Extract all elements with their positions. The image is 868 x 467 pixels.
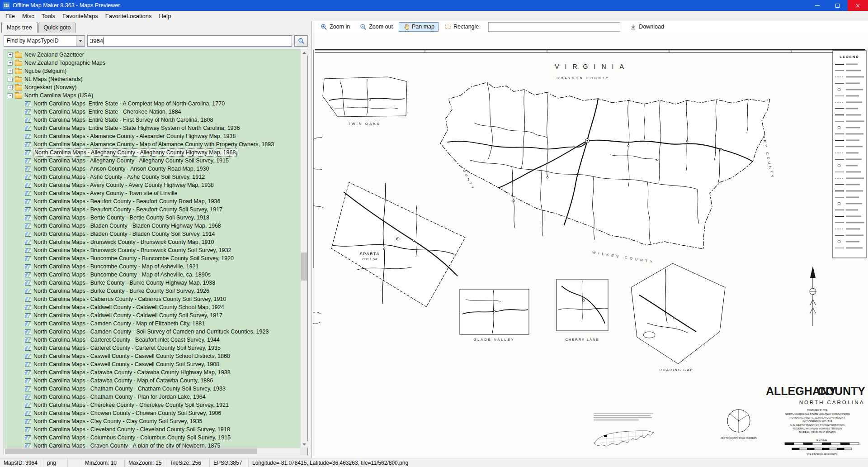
zoom-in-button[interactable]: Zoom in <box>316 22 354 32</box>
find-by-dropdown[interactable]: Find by MapsTypeID <box>4 35 85 47</box>
tree-map-item[interactable]: North Carolina Maps - Cherokee County - … <box>5 401 300 409</box>
tree-panel: +New Zealand Gazetteer+New Zealand Topog… <box>4 49 308 455</box>
rectangle-button[interactable]: Rectangle <box>440 22 483 32</box>
tree-map-item[interactable]: North Carolina Maps Entire State - State… <box>5 124 300 132</box>
tree-map-item[interactable]: North Carolina Maps - Bertie County - Be… <box>5 214 300 222</box>
map-thumbnail-icon <box>25 248 31 253</box>
tree-item-label: North Carolina Maps - Alamance County - … <box>33 141 274 148</box>
tree-map-item[interactable]: North Carolina Maps - Burke County - Bur… <box>5 287 300 295</box>
tree-map-item[interactable]: North Carolina Maps - Caldwell County - … <box>5 303 300 311</box>
search-button[interactable] <box>294 35 308 47</box>
vertical-scrollbar[interactable] <box>300 49 307 448</box>
tree-map-item[interactable]: North Carolina Maps - Buncombe County - … <box>5 254 300 262</box>
toolbar-text-input[interactable] <box>488 22 620 32</box>
minimize-button[interactable] <box>807 0 827 11</box>
tree-map-item[interactable]: North Carolina Maps Entire State - First… <box>5 116 300 124</box>
tree-map-item[interactable]: North Carolina Maps - Catawba County - M… <box>5 376 300 385</box>
tree-map-item[interactable]: North Carolina Maps - Alleghany County -… <box>5 157 300 165</box>
menu-help[interactable]: Help <box>155 12 175 20</box>
tree-map-item[interactable]: North Carolina Maps - Caswell County - C… <box>5 352 300 360</box>
tree-map-item[interactable]: North Carolina Maps - Beaufort County - … <box>5 197 300 205</box>
tree-map-item[interactable]: North Carolina Maps - Carteret County - … <box>5 336 300 344</box>
expand-icon[interactable]: + <box>8 77 13 82</box>
tree-map-item[interactable]: North Carolina Maps - Brunswick County -… <box>5 246 300 254</box>
title-bar[interactable]: Offline Map Maker 8.363 - Maps Previewer <box>0 0 868 11</box>
tree-item-label: North Carolina Maps - Chatham County - P… <box>33 393 206 400</box>
tree-map-item[interactable]: North Carolina Maps - Brunswick County -… <box>5 238 300 246</box>
menu-favoritelocations[interactable]: FavoriteLocations <box>102 12 156 20</box>
menu-tools[interactable]: Tools <box>38 12 59 20</box>
download-button[interactable]: Download <box>626 22 668 32</box>
close-button[interactable] <box>848 0 868 11</box>
tree-map-item[interactable]: North Carolina Maps - Columbus County - … <box>5 434 300 442</box>
tree-map-item[interactable]: North Carolina Maps - Catawba County - C… <box>5 368 300 376</box>
tree-root-item[interactable]: +Norgeskart (Norway) <box>5 83 300 91</box>
pan-hand-icon <box>403 24 410 30</box>
folder-icon <box>15 61 22 66</box>
tree-map-item[interactable]: North Carolina Maps - Caldwell County - … <box>5 311 300 319</box>
tree-map-item[interactable]: North Carolina Maps Entire State - Chero… <box>5 108 300 116</box>
tree-map-item[interactable]: North Carolina Maps - Cabarrus County - … <box>5 295 300 303</box>
menu-file[interactable]: File <box>2 12 19 20</box>
tree-map-item[interactable]: North Carolina Maps - Buncombe County - … <box>5 271 300 279</box>
tab-quick-goto[interactable]: Quick goto <box>38 23 76 33</box>
tree-map-item[interactable]: North Carolina Maps - Camden County - Ma… <box>5 319 300 328</box>
tree-root-item[interactable]: +New Zealand Topographic Maps <box>5 59 300 67</box>
map-preview-area[interactable]: VIRGINIA GRAYSON COUNTY ASHE COUNTY WILK… <box>312 33 868 458</box>
menu-favoritemaps[interactable]: FavoriteMaps <box>59 12 102 20</box>
tree-map-item[interactable]: North Carolina Maps - Craven County - A … <box>5 442 300 448</box>
tree-item-label[interactable]: Ngi.be (Belgium) <box>24 67 66 75</box>
tree-map-item[interactable]: North Carolina Maps - Clay County - Clay… <box>5 417 300 425</box>
search-input[interactable]: 3964 <box>87 35 292 47</box>
expand-icon[interactable]: + <box>8 52 13 57</box>
tab-maps-tree[interactable]: Maps tree <box>1 22 38 33</box>
collapse-icon[interactable]: - <box>8 93 13 98</box>
expand-icon[interactable]: + <box>8 61 13 66</box>
tree-map-item[interactable]: North Carolina Maps - Burke County - Bur… <box>5 279 300 287</box>
tree-map-item[interactable]: North Carolina Maps - Alamance County - … <box>5 140 300 148</box>
tree-map-item[interactable]: North Carolina Maps - Carteret County - … <box>5 344 300 352</box>
tree-item-label[interactable]: Norgeskart (Norway) <box>24 84 76 91</box>
vertical-scroll-thumb[interactable] <box>301 253 307 281</box>
tree-map-item[interactable]: North Carolina Maps - Avery County - Tow… <box>5 189 300 197</box>
scroll-up-icon[interactable] <box>301 49 308 56</box>
tree-map-item[interactable]: North Carolina Maps - Ashe County - Ashe… <box>5 173 300 181</box>
tree-root-item[interactable]: -North Carolina Maps (USA) <box>5 91 300 100</box>
tree-map-item[interactable]: North Carolina Maps - Alleghany County -… <box>5 148 300 157</box>
tree-map-item[interactable]: North Carolina Maps Entire State - A Com… <box>5 100 300 108</box>
tree-map-item[interactable]: North Carolina Maps - Bladen County - Bl… <box>5 222 300 230</box>
tree-item-label[interactable]: NL Maps (Netherlands) <box>24 76 83 83</box>
tree-map-item[interactable]: North Carolina Maps - Camden County - So… <box>5 328 300 336</box>
scroll-down-icon[interactable] <box>301 441 308 448</box>
tree-map-item[interactable]: North Carolina Maps - Chatham County - P… <box>5 393 300 401</box>
map-preview[interactable]: VIRGINIA GRAYSON COUNTY ASHE COUNTY WILK… <box>312 33 868 458</box>
tree-root-item[interactable]: +Ngi.be (Belgium) <box>5 67 300 75</box>
map-thumbnail-icon <box>25 175 31 180</box>
zoom-out-button[interactable]: Zoom out <box>356 22 397 32</box>
horizontal-scroll-thumb[interactable] <box>5 448 257 454</box>
tree-map-item[interactable]: North Carolina Maps - Avery County - Ave… <box>5 181 300 189</box>
expand-icon[interactable]: + <box>8 85 13 90</box>
expand-icon[interactable]: + <box>8 69 13 74</box>
maps-tree[interactable]: +New Zealand Gazetteer+New Zealand Topog… <box>4 49 300 448</box>
tree-map-item[interactable]: North Carolina Maps - Buncombe County - … <box>5 262 300 271</box>
menu-misc[interactable]: Misc <box>19 12 38 20</box>
maximize-button[interactable] <box>827 0 848 11</box>
tree-item-label[interactable]: North Carolina Maps (USA) <box>24 92 93 99</box>
chevron-down-icon[interactable] <box>76 36 85 46</box>
tree-map-item[interactable]: North Carolina Maps - Cleveland County -… <box>5 425 300 434</box>
tree-map-item[interactable]: North Carolina Maps - Caswell County - C… <box>5 360 300 368</box>
tree-map-item[interactable]: North Carolina Maps - Chatham County - C… <box>5 385 300 393</box>
tree-item-label[interactable]: New Zealand Topographic Maps <box>24 59 105 67</box>
tree-root-item[interactable]: +New Zealand Gazetteer <box>5 51 300 59</box>
tree-map-item[interactable]: North Carolina Maps - Chowan County - Ch… <box>5 409 300 417</box>
tree-item-label[interactable]: New Zealand Gazetteer <box>24 51 84 58</box>
tree-map-item[interactable]: North Carolina Maps - Bladen County - Bl… <box>5 230 300 238</box>
tree-root-item[interactable]: +NL Maps (Netherlands) <box>5 75 300 83</box>
pan-map-button[interactable]: Pan map <box>399 22 439 32</box>
tree-map-item[interactable]: North Carolina Maps - Alamance County - … <box>5 132 300 140</box>
horizontal-scrollbar[interactable] <box>4 448 300 455</box>
folder-icon <box>15 94 22 99</box>
tree-map-item[interactable]: North Carolina Maps - Beaufort County - … <box>5 205 300 214</box>
tree-map-item[interactable]: North Carolina Maps - Anson County - Ans… <box>5 165 300 173</box>
